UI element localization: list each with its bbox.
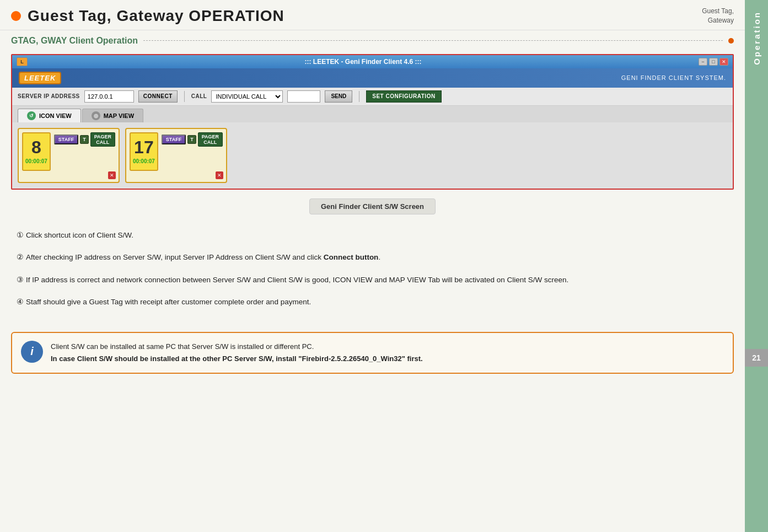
maximize-button[interactable]: □	[709, 58, 718, 66]
instruction-num-1: ①	[17, 230, 26, 239]
icon-view-tab-label: ICON VIEW	[39, 112, 72, 119]
tag-staff-button-1[interactable]: STAFF	[54, 135, 78, 144]
page-header: Guest Tag, Gateway OPERATION Guest Tag, …	[0, 0, 745, 30]
header-right-label: Guest Tag, Gateway	[702, 7, 734, 25]
server-ip-label: SERVER IP ADDRESS	[18, 93, 80, 99]
sim-window-buttons: − □ ✕	[699, 58, 728, 66]
tag-close-icon-2[interactable]: ✕	[216, 171, 223, 179]
note-text-area: Client S/W can be installed at same PC t…	[51, 341, 423, 365]
sim-titlebar-icon: L	[17, 57, 28, 66]
tag-number-box-2: 17 00:00:07	[130, 132, 158, 171]
sim-titlebar: L ::: LEETEK - Geni Finder Client 4.6 ::…	[12, 55, 733, 68]
section-title-line	[143, 40, 723, 41]
sim-toolbar: SERVER IP ADDRESS CONNECT CALL INDIVIDUA…	[12, 88, 733, 106]
tag-number-1: 8	[31, 138, 41, 156]
main-content: Guest Tag, Gateway OPERATION Guest Tag, …	[0, 0, 745, 374]
section-title-bar: GTAG, GWAY Client Operation	[0, 30, 745, 51]
tag-pager-button-2[interactable]: PAGER CALL	[198, 132, 223, 147]
call-label: CALL	[191, 93, 207, 99]
instruction-text-4: Staff should give a Guest Tag with recei…	[26, 298, 311, 306]
screen-label-area: Geni Finder Client S/W Screen	[11, 194, 734, 219]
send-input[interactable]	[287, 90, 320, 103]
sidebar-page-number: 21	[745, 349, 768, 367]
instruction-num-4: ④	[17, 297, 26, 306]
geni-finder-label: GENI FINDER CLIENT SYSTEM.	[621, 74, 726, 81]
note-box: i Client S/W can be installed at same PC…	[11, 332, 734, 374]
orange-circle-icon	[11, 11, 21, 21]
map-view-tab-label: MAP VIEW	[104, 112, 134, 119]
info-icon: i	[21, 341, 43, 363]
call-type-select[interactable]: INDIVIDUAL CALL	[211, 90, 283, 103]
sim-title-text: ::: LEETEK - Geni Finder Client 4.6 :::	[28, 58, 699, 66]
tag-right-area-2: STAFF T PAGER CALL	[162, 132, 223, 171]
connect-button[interactable]: CONNECT	[138, 90, 178, 103]
instruction-text-1: Click shortcut icon of Client S/W.	[26, 231, 133, 239]
instruction-4: ④ Staff should give a Guest Tag with rec…	[17, 295, 728, 308]
minimize-button[interactable]: −	[699, 58, 707, 66]
instruction-num-3: ③	[17, 275, 26, 284]
tag-t-button-2[interactable]: T	[187, 135, 196, 144]
toolbar-separator-2	[359, 91, 359, 102]
instruction-3: ③ If IP address is correct and network c…	[17, 273, 728, 286]
tag-card-1: 8 00:00:07 STAFF T PAGER CALL ✕	[18, 128, 120, 183]
instruction-2: ② After checking IP address on Server S/…	[17, 251, 728, 264]
tag-close-icon-1[interactable]: ✕	[108, 171, 116, 179]
note-line1: Client S/W can be installed at same PC t…	[51, 342, 314, 351]
instruction-text-2b: .	[378, 253, 380, 261]
tag-card-1-inner: 8 00:00:07 STAFF T PAGER CALL	[22, 132, 115, 171]
tag-timer-1: 00:00:07	[25, 158, 47, 164]
instruction-text-3: If IP address is correct and network con…	[26, 276, 568, 284]
instruction-1: ① Click shortcut icon of Client S/W.	[17, 229, 728, 241]
sidebar-operation-label: Operation	[752, 11, 761, 65]
sim-view-tabs: ↺ ICON VIEW ◎ MAP VIEW	[12, 106, 733, 122]
instruction-text-2a: After checking IP address on Server S/W,…	[26, 253, 324, 261]
tag-t-button-1[interactable]: T	[80, 135, 89, 144]
right-sidebar: Operation 21	[745, 0, 768, 532]
screen-label-box: Geni Finder Client S/W Screen	[309, 198, 436, 214]
send-button[interactable]: SEND	[325, 90, 352, 103]
sim-app-icon: L	[17, 57, 28, 66]
tag-btn-row-1: STAFF T PAGER CALL	[54, 132, 115, 147]
icon-view-tab[interactable]: ↺ ICON VIEW	[18, 109, 81, 122]
sim-brand-bar: LEETEK GENI FINDER CLIENT SYSTEM.	[12, 68, 733, 88]
tag-pager-button-1[interactable]: PAGER CALL	[90, 132, 115, 147]
instructions-area: ① Click shortcut icon of Client S/W. ② A…	[0, 223, 745, 324]
tag-btn-row-2: STAFF T PAGER CALL	[162, 132, 223, 147]
icon-view-tab-icon: ↺	[27, 111, 36, 120]
instruction-num-2: ②	[17, 252, 26, 261]
map-view-tab[interactable]: ◎ MAP VIEW	[82, 109, 143, 122]
section-dot-icon	[728, 38, 734, 44]
set-configuration-button[interactable]: SET CONFIGURATION	[366, 90, 441, 103]
server-ip-input[interactable]	[84, 90, 134, 103]
tag-card-2: 17 00:00:07 STAFF T PAGER CALL ✕	[125, 128, 227, 183]
tag-timer-2: 00:00:07	[133, 158, 155, 164]
map-view-tab-icon: ◎	[92, 111, 100, 120]
page-title-area: Guest Tag, Gateway OPERATION	[11, 7, 284, 25]
tag-number-2: 17	[134, 138, 154, 156]
page-title: Guest Tag, Gateway OPERATION	[28, 7, 284, 25]
simulator-window: L ::: LEETEK - Geni Finder Client 4.6 ::…	[11, 54, 734, 190]
sim-cards-area: 8 00:00:07 STAFF T PAGER CALL ✕	[12, 122, 733, 189]
note-line2: In case Client S/W should be installed a…	[51, 354, 423, 363]
instruction-bold-2: Connect button	[324, 253, 379, 261]
tag-number-box-1: 8 00:00:07	[22, 132, 51, 171]
leetek-logo: LEETEK	[19, 72, 61, 84]
tag-card-2-inner: 17 00:00:07 STAFF T PAGER CALL	[130, 132, 223, 171]
toolbar-separator	[184, 91, 185, 102]
close-button[interactable]: ✕	[719, 58, 728, 66]
tag-staff-button-2[interactable]: STAFF	[162, 135, 186, 144]
section-title: GTAG, GWAY Client Operation	[11, 36, 138, 46]
tag-right-area-1: STAFF T PAGER CALL	[54, 132, 115, 171]
